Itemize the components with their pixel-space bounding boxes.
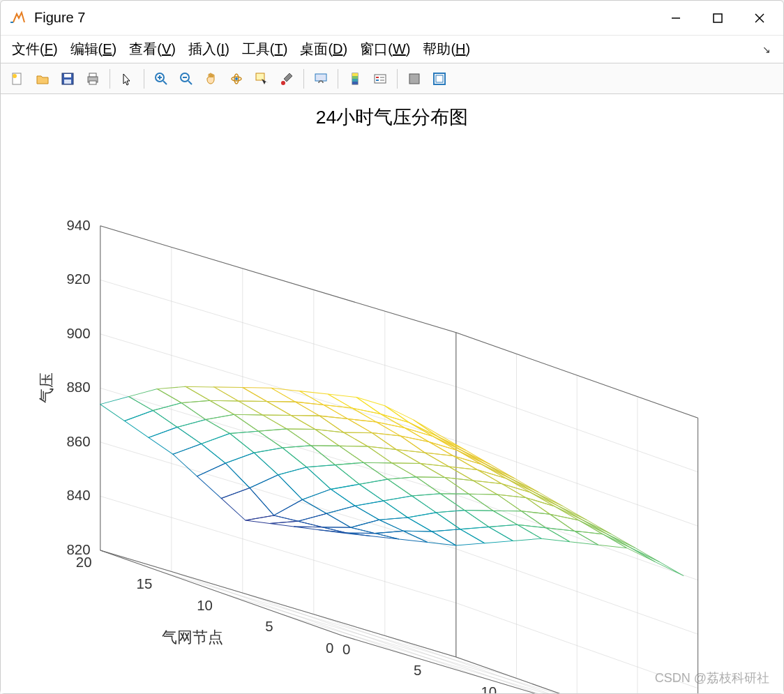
toolbar: [1, 63, 783, 94]
svg-rect-8: [64, 80, 71, 84]
svg-text:15: 15: [137, 576, 153, 591]
svg-rect-26: [352, 73, 358, 76]
svg-rect-30: [375, 75, 386, 83]
svg-rect-24: [315, 74, 326, 81]
pointer-icon[interactable]: [116, 68, 138, 90]
svg-line-75: [342, 635, 698, 693]
maximize-button[interactable]: [697, 1, 739, 35]
brush-icon[interactable]: [276, 68, 298, 90]
svg-text:820: 820: [66, 542, 90, 557]
menu-bar: 文件(F) 编辑(E) 查看(V) 插入(I) 工具(T) 桌面(D) 窗口(W…: [1, 36, 783, 63]
toolbar-separator: [303, 69, 304, 89]
svg-text:气网节点: 气网节点: [162, 629, 223, 647]
svg-text:5: 5: [414, 663, 421, 678]
svg-line-76: [100, 550, 342, 635]
svg-line-45: [342, 635, 698, 693]
matlab-icon: [8, 8, 27, 28]
svg-point-23: [281, 81, 285, 85]
svg-rect-29: [352, 82, 358, 84]
title-bar: Figure 7: [1, 1, 783, 36]
undock-arrow-icon[interactable]: ↘: [762, 44, 775, 55]
toolbar-separator: [338, 69, 338, 89]
svg-rect-1: [714, 14, 722, 22]
watermark: CSDN @荔枝科研社: [655, 670, 769, 686]
svg-rect-11: [89, 81, 96, 84]
window-controls: [655, 1, 781, 35]
svg-text:0: 0: [342, 642, 350, 657]
svg-point-5: [13, 74, 17, 78]
data-cursor-icon[interactable]: [250, 68, 273, 90]
menu-file[interactable]: 文件(F): [9, 38, 61, 60]
figure-window: Figure 7 文件(F) 编辑(E) 查看(V) 插入(I) 工具(T) 桌…: [0, 0, 784, 694]
menu-window[interactable]: 窗口(W): [357, 38, 413, 60]
close-button[interactable]: [739, 1, 781, 35]
colorbar-icon[interactable]: [344, 68, 366, 90]
svg-text:0: 0: [326, 640, 333, 656]
zoom-out-icon[interactable]: [175, 68, 197, 90]
svg-text:5: 5: [265, 619, 273, 634]
svg-line-67: [100, 280, 456, 386]
svg-rect-32: [376, 80, 379, 81]
menu-view[interactable]: 查看(V): [126, 38, 179, 60]
window-title: Figure 7: [34, 10, 655, 26]
menu-help[interactable]: 帮助(H): [420, 38, 473, 60]
menu-edit[interactable]: 编辑(E): [68, 38, 120, 60]
svg-marker-224: [631, 548, 684, 576]
open-folder-icon[interactable]: [31, 68, 54, 90]
svg-text:900: 900: [66, 326, 90, 341]
svg-text:840: 840: [66, 488, 90, 503]
svg-text:920: 920: [66, 271, 90, 287]
toolbar-separator: [110, 69, 110, 89]
minimize-button[interactable]: [655, 1, 697, 35]
plot-area[interactable]: 24小时气压分布图0510152025051015208208408608809…: [1, 94, 783, 693]
svg-line-18: [188, 81, 192, 84]
hide-plot-icon[interactable]: [403, 68, 425, 90]
toolbar-separator: [397, 69, 398, 89]
toolbar-separator: [144, 69, 144, 89]
menu-desktop[interactable]: 桌面(D): [297, 38, 350, 60]
new-file-icon[interactable]: [6, 68, 29, 90]
svg-rect-31: [376, 77, 379, 78]
svg-line-79: [100, 550, 456, 657]
legend-icon[interactable]: [369, 68, 391, 90]
svg-line-48: [161, 572, 517, 679]
svg-rect-35: [409, 74, 419, 84]
svg-text:880: 880: [66, 379, 90, 395]
svg-rect-37: [436, 75, 443, 82]
svg-line-82: [100, 226, 456, 333]
link-plot-icon[interactable]: [310, 68, 332, 90]
svg-text:气压: 气压: [38, 372, 55, 403]
svg-point-21: [235, 77, 238, 80]
svg-text:10: 10: [481, 684, 497, 693]
zoom-in-icon[interactable]: [150, 68, 172, 90]
print-icon[interactable]: [82, 68, 104, 90]
menu-tools[interactable]: 工具(T): [239, 38, 291, 60]
svg-text:860: 860: [66, 434, 90, 449]
rotate-3d-icon[interactable]: [225, 68, 248, 90]
save-icon[interactable]: [56, 68, 79, 90]
svg-text:940: 940: [66, 218, 90, 233]
svg-rect-28: [352, 79, 358, 82]
dock-icon[interactable]: [428, 68, 451, 90]
pan-icon[interactable]: [200, 68, 223, 90]
svg-line-46: [282, 614, 638, 693]
surface-chart: 24小时气压分布图0510152025051015208208408608809…: [1, 94, 783, 693]
svg-rect-10: [89, 73, 96, 77]
svg-line-15: [163, 81, 167, 84]
svg-rect-7: [64, 74, 71, 77]
menu-insert[interactable]: 插入(I): [186, 38, 232, 60]
svg-rect-27: [352, 76, 358, 79]
svg-text:24小时气压分布图: 24小时气压分布图: [316, 107, 469, 128]
svg-rect-22: [256, 73, 264, 80]
svg-text:10: 10: [197, 598, 213, 613]
